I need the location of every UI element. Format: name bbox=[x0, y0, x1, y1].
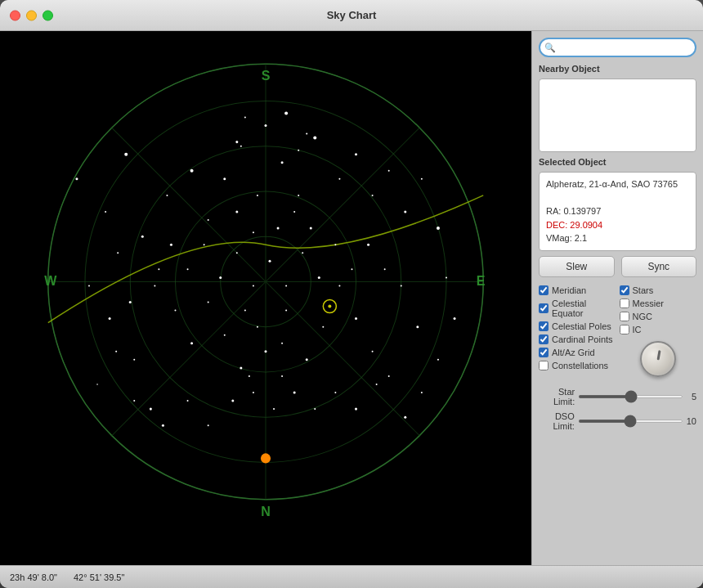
altaz-grid-checkbox[interactable] bbox=[539, 348, 549, 357]
svg-point-29 bbox=[298, 195, 299, 196]
dial-knob[interactable] bbox=[640, 341, 676, 377]
cb-ngc: NGC bbox=[620, 312, 697, 321]
celestial-poles-checkbox[interactable] bbox=[539, 321, 549, 331]
svg-point-51 bbox=[240, 366, 242, 369]
svg-point-47 bbox=[322, 326, 324, 328]
messier-label: Messier bbox=[633, 298, 665, 308]
svg-point-50 bbox=[257, 326, 258, 328]
svg-point-28 bbox=[281, 161, 284, 164]
svg-point-13 bbox=[261, 453, 271, 463]
maximize-button[interactable] bbox=[43, 10, 53, 20]
cardinal-points-checkbox[interactable] bbox=[539, 334, 549, 344]
svg-point-86 bbox=[314, 408, 316, 410]
svg-point-81 bbox=[208, 424, 209, 426]
options-section: Meridian Celestial Equator Celestial Pol… bbox=[539, 285, 696, 379]
svg-point-25 bbox=[223, 177, 226, 180]
cb-constellations: Constellations bbox=[539, 361, 616, 370]
svg-point-72 bbox=[384, 268, 386, 270]
svg-point-87 bbox=[334, 392, 336, 393]
cb-altaz-grid: Alt/Az Grid bbox=[539, 348, 616, 357]
svg-point-52 bbox=[224, 334, 226, 336]
selected-object-box: Alpheratz, 21-α-And, SAO 73765 RA: 0.139… bbox=[539, 172, 696, 251]
svg-point-42 bbox=[404, 416, 406, 419]
svg-point-18 bbox=[109, 317, 111, 320]
svg-point-77 bbox=[115, 351, 117, 352]
svg-point-97 bbox=[253, 231, 254, 233]
search-icon: 🔍 bbox=[544, 43, 556, 53]
svg-point-38 bbox=[446, 276, 447, 278]
svg-point-12 bbox=[328, 305, 331, 308]
svg-point-23 bbox=[190, 169, 194, 173]
titlebar: Sky Chart bbox=[0, 0, 703, 31]
svg-point-92 bbox=[284, 111, 288, 114]
dso-limit-slider[interactable] bbox=[578, 420, 683, 423]
svg-point-53 bbox=[208, 302, 209, 303]
svg-point-14 bbox=[75, 177, 78, 180]
svg-point-69 bbox=[334, 244, 336, 245]
search-input[interactable] bbox=[539, 38, 696, 57]
svg-point-39 bbox=[454, 317, 456, 320]
svg-point-76 bbox=[129, 301, 132, 303]
star-limit-slider[interactable] bbox=[578, 395, 683, 398]
cb-cardinal-points: Cardinal Points bbox=[539, 334, 616, 344]
svg-point-24 bbox=[208, 219, 209, 221]
svg-point-95 bbox=[298, 150, 299, 151]
cardinal-n-label: N bbox=[261, 504, 271, 518]
meridian-checkbox[interactable] bbox=[539, 285, 549, 295]
messier-checkbox[interactable] bbox=[620, 298, 629, 308]
cb-celestial-poles: Celestial Poles bbox=[539, 321, 616, 331]
svg-point-91 bbox=[244, 116, 246, 118]
cardinal-s-label: S bbox=[262, 68, 271, 83]
ic-checkbox[interactable] bbox=[620, 325, 629, 334]
svg-point-79 bbox=[162, 424, 164, 427]
dso-limit-row: DSO Limit: 10 bbox=[539, 411, 696, 431]
svg-point-93 bbox=[306, 133, 307, 135]
window-title: Sky Chart bbox=[327, 9, 377, 21]
cardinal-points-label: Cardinal Points bbox=[552, 334, 613, 344]
stars-label: Stars bbox=[633, 285, 654, 295]
ngc-checkbox[interactable] bbox=[620, 312, 629, 321]
selected-label: Selected Object bbox=[539, 157, 696, 167]
checkbox-col-left: Meridian Celestial Equator Celestial Pol… bbox=[539, 285, 616, 379]
sync-button[interactable]: Sync bbox=[621, 256, 697, 277]
sky-chart-view[interactable]: S N W E bbox=[0, 31, 531, 565]
svg-point-33 bbox=[372, 195, 374, 196]
statusbar: 23h 49' 8.0" 42° 51' 39.5" bbox=[0, 565, 703, 588]
svg-point-78 bbox=[133, 400, 135, 402]
altaz-grid-label: Alt/Az Grid bbox=[552, 348, 595, 357]
svg-point-105 bbox=[281, 375, 283, 377]
svg-point-96 bbox=[277, 227, 280, 230]
svg-point-36 bbox=[421, 178, 423, 180]
cardinal-e-label: E bbox=[477, 273, 486, 288]
close-button[interactable] bbox=[10, 10, 20, 20]
slew-button[interactable]: Slew bbox=[539, 256, 615, 277]
star-limit-row: Star Limit: 5 bbox=[539, 387, 696, 406]
celestial-equator-checkbox[interactable] bbox=[539, 303, 549, 313]
svg-point-63 bbox=[236, 252, 238, 254]
ngc-label: NGC bbox=[633, 312, 652, 321]
main-window: Sky Chart bbox=[0, 0, 703, 588]
nearby-label: Nearby Object bbox=[539, 64, 696, 74]
star-limit-label: Star Limit: bbox=[539, 387, 575, 406]
svg-point-35 bbox=[404, 211, 406, 213]
svg-point-68 bbox=[318, 276, 320, 279]
svg-point-75 bbox=[117, 252, 119, 254]
minimize-button[interactable] bbox=[26, 10, 37, 20]
svg-point-83 bbox=[253, 392, 254, 393]
svg-point-17 bbox=[88, 285, 90, 286]
svg-point-64 bbox=[253, 285, 254, 286]
checkbox-col-right: Stars Messier NGC IC bbox=[620, 285, 697, 379]
svg-point-41 bbox=[421, 392, 423, 393]
constellations-checkbox[interactable] bbox=[539, 361, 549, 370]
ra-time-display: 23h 49' 8.0" bbox=[10, 572, 57, 582]
svg-point-45 bbox=[355, 317, 357, 320]
svg-point-55 bbox=[174, 310, 176, 312]
dso-limit-label: DSO Limit: bbox=[539, 411, 575, 431]
svg-point-98 bbox=[235, 211, 238, 213]
stars-checkbox[interactable] bbox=[620, 285, 629, 295]
sidebar: 🔍 Nearby Object Selected Object Alpherat… bbox=[531, 31, 703, 565]
svg-point-46 bbox=[338, 285, 340, 286]
meridian-label: Meridian bbox=[552, 285, 586, 295]
svg-point-74 bbox=[416, 325, 419, 328]
svg-point-37 bbox=[437, 227, 440, 230]
